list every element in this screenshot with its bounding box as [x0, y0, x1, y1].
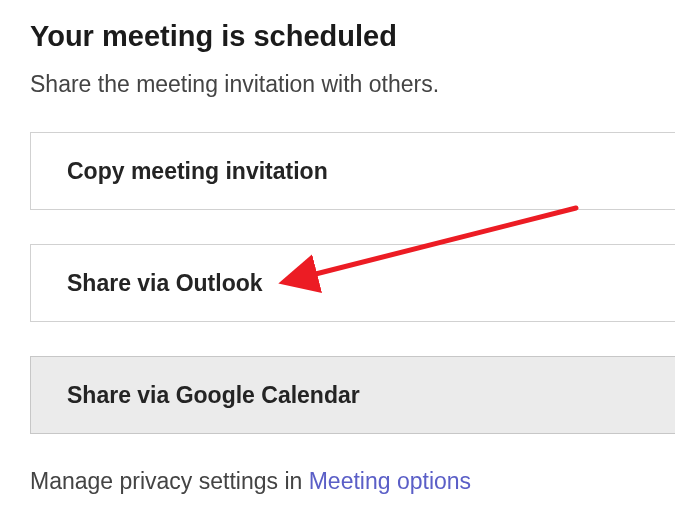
share-outlook-label: Share via Outlook — [67, 270, 263, 297]
share-google-button[interactable]: Share via Google Calendar — [30, 356, 675, 434]
share-subheading: Share the meeting invitation with others… — [30, 71, 675, 98]
copy-invitation-label: Copy meeting invitation — [67, 158, 328, 185]
manage-privacy-prefix: Manage privacy settings in — [30, 468, 309, 494]
manage-privacy-line: Manage privacy settings in Meeting optio… — [30, 468, 675, 495]
share-google-label: Share via Google Calendar — [67, 382, 360, 409]
meeting-options-link[interactable]: Meeting options — [309, 468, 471, 494]
meeting-scheduled-heading: Your meeting is scheduled — [30, 20, 675, 53]
share-outlook-button[interactable]: Share via Outlook — [30, 244, 675, 322]
copy-invitation-button[interactable]: Copy meeting invitation — [30, 132, 675, 210]
